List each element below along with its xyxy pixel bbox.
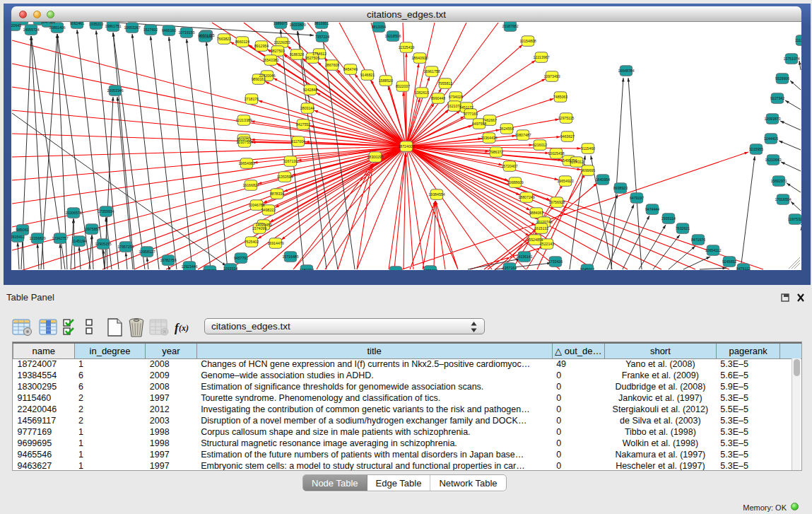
svg-text:9115460: 9115460 [581, 146, 595, 151]
svg-text:10807487: 10807487 [514, 133, 531, 137]
svg-text:17016504: 17016504 [775, 197, 791, 201]
svg-text:9890161: 9890161 [252, 77, 266, 81]
svg-text:19756928: 19756928 [548, 200, 565, 204]
svg-text:9699695: 9699695 [581, 168, 595, 173]
svg-text:9498222: 9498222 [261, 208, 276, 212]
svg-text:3624554: 3624554 [500, 127, 514, 131]
svg-text:1640954: 1640954 [596, 177, 610, 182]
svg-text:2522143: 2522143 [540, 242, 554, 246]
svg-text:1588520: 1588520 [379, 78, 393, 83]
svg-text:12213967: 12213967 [533, 55, 549, 59]
svg-text:9245652: 9245652 [722, 259, 736, 264]
svg-text:1527602: 1527602 [143, 28, 158, 32]
svg-text:8938923: 8938923 [613, 186, 628, 190]
svg-text:9474444: 9474444 [645, 207, 659, 211]
svg-text:6216012: 6216012 [533, 143, 547, 147]
svg-text:9062461: 9062461 [70, 22, 84, 25]
svg-text:1989975: 1989975 [273, 22, 288, 25]
svg-text:19654983: 19654983 [238, 161, 254, 165]
svg-text:1145194: 1145194 [72, 239, 86, 243]
svg-text:20206576: 20206576 [65, 211, 81, 215]
svg-text:9884067: 9884067 [529, 211, 543, 215]
svg-text:19218506: 19218506 [384, 34, 401, 38]
svg-text:12156829: 12156829 [29, 236, 45, 240]
svg-text:10958127: 10958127 [139, 250, 155, 254]
svg-text:1112045: 1112045 [795, 38, 801, 42]
svg-text:10025438: 10025438 [548, 151, 564, 156]
svg-text:1167532: 1167532 [788, 217, 801, 221]
svg-text:1093534: 1093534 [223, 267, 237, 270]
svg-text:19166827: 19166827 [242, 183, 259, 187]
svg-text:16210643: 16210643 [765, 158, 781, 162]
svg-text:6794028: 6794028 [449, 95, 463, 99]
svg-text:9457412: 9457412 [423, 269, 437, 270]
svg-text:18724007: 18724007 [398, 144, 414, 148]
svg-text:16648784: 16648784 [618, 69, 634, 73]
svg-text:10046786: 10046786 [248, 203, 264, 207]
svg-text:10653267: 10653267 [124, 25, 140, 30]
svg-text:9085221: 9085221 [203, 269, 217, 270]
svg-text:16033809: 16033809 [289, 23, 305, 27]
svg-text:9117004: 9117004 [291, 139, 305, 144]
svg-text:985061: 985061 [16, 228, 28, 232]
svg-text:13751074: 13751074 [783, 57, 799, 61]
svg-text:18300295: 18300295 [367, 155, 383, 159]
svg-text:10719155: 10719155 [178, 30, 194, 35]
svg-text:1244415: 1244415 [764, 136, 778, 141]
svg-text:7485063: 7485063 [553, 95, 567, 99]
svg-text:9329906: 9329906 [775, 76, 789, 81]
svg-text:19384554: 19384554 [428, 192, 445, 197]
svg-text:18807249: 18807249 [518, 195, 534, 199]
svg-text:7632621: 7632621 [676, 226, 690, 230]
svg-text:10654112: 10654112 [705, 248, 722, 252]
svg-text:15692971: 15692971 [770, 179, 787, 183]
svg-text:17359934: 17359934 [98, 209, 114, 214]
svg-text:9146821: 9146821 [360, 73, 375, 77]
svg-text:20364436: 20364436 [481, 136, 497, 140]
svg-text:1733426: 1733426 [548, 259, 563, 264]
svg-text:2935114: 2935114 [661, 216, 676, 221]
svg-text:1574099: 1574099 [252, 226, 266, 230]
svg-text:12213389: 12213389 [235, 118, 252, 122]
svg-text:8660124: 8660124 [235, 40, 249, 44]
svg-text:9104312: 9104312 [570, 160, 584, 164]
svg-text:16961758: 16961758 [423, 69, 440, 74]
svg-text:9527505: 9527505 [305, 56, 319, 60]
svg-text:10120746: 10120746 [536, 220, 552, 224]
svg-text:12342757: 12342757 [52, 236, 68, 240]
svg-text:8322037: 8322037 [396, 84, 410, 88]
svg-text:7625402: 7625402 [245, 240, 259, 244]
svg-text:11325419: 11325419 [399, 45, 415, 49]
svg-text:9777169: 9777169 [464, 112, 478, 116]
svg-text:9120645: 9120645 [11, 23, 21, 28]
svg-text:1847520: 1847520 [41, 22, 55, 24]
svg-text:10107554: 10107554 [236, 140, 252, 144]
svg-text:12975115: 12975115 [558, 116, 575, 120]
svg-text:1357164: 1357164 [502, 266, 517, 270]
svg-text:7621104: 7621104 [389, 269, 403, 270]
svg-text:20187682: 20187682 [502, 24, 518, 28]
svg-text:15720407: 15720407 [501, 164, 517, 168]
svg-text:7515526: 7515526 [198, 35, 212, 39]
svg-text:7357224: 7357224 [315, 35, 329, 39]
svg-text:1282334: 1282334 [300, 268, 314, 270]
svg-text:2867608: 2867608 [325, 63, 339, 67]
svg-text:7462667: 7462667 [483, 118, 497, 122]
svg-text:19861751: 19861751 [105, 24, 121, 28]
svg-text:2718176: 2718176 [245, 97, 259, 101]
svg-text:6466160: 6466160 [162, 28, 176, 33]
svg-text:10154808: 10154808 [519, 39, 536, 43]
svg-text:1335213: 1335213 [89, 22, 103, 26]
svg-text:8471676: 8471676 [691, 238, 705, 242]
svg-text:8990448: 8990448 [431, 96, 445, 100]
svg-text:1362615: 1362615 [415, 90, 429, 95]
svg-text:(x): (x) [179, 323, 189, 333]
svg-text:16782759: 16782759 [160, 258, 176, 262]
svg-text:7663822: 7663822 [217, 37, 231, 41]
svg-text:6479197: 6479197 [630, 196, 644, 200]
svg-text:8813951: 8813951 [314, 22, 329, 25]
svg-text:8454749: 8454749 [343, 67, 358, 71]
svg-text:3267130: 3267130 [283, 159, 298, 163]
svg-text:8427552: 8427552 [296, 122, 310, 127]
svg-text:8878334: 8878334 [270, 192, 284, 196]
